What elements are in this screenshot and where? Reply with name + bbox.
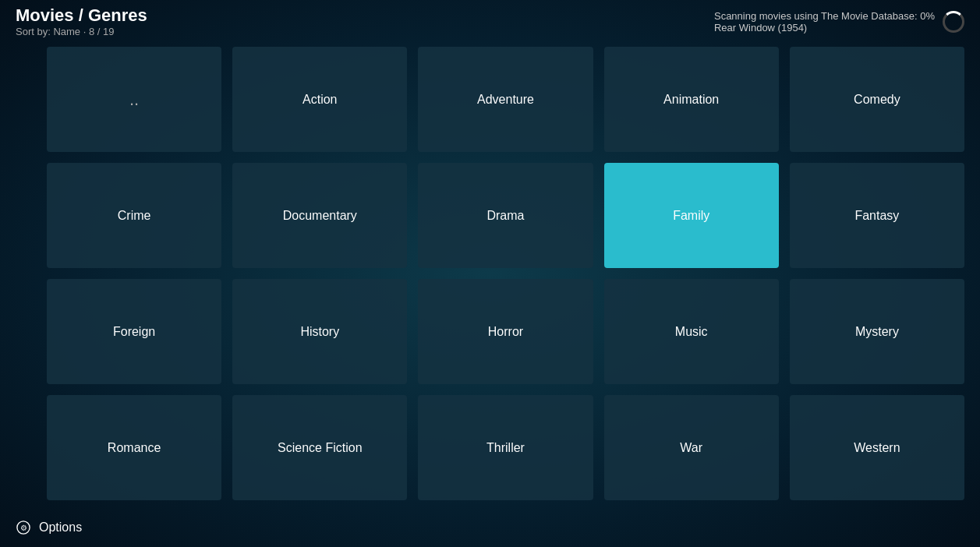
genre-btn-comedy[interactable]: Comedy <box>790 47 964 152</box>
page-title: Movies / Genres <box>16 5 147 26</box>
genre-btn-fantasy[interactable]: Fantasy <box>790 163 964 268</box>
genre-btn-music[interactable]: Music <box>604 279 779 384</box>
sort-info: Sort by: Name · 8 / 19 <box>16 26 147 37</box>
genre-btn-documentary[interactable]: Documentary <box>232 163 407 268</box>
genre-btn-family[interactable]: Family <box>604 163 779 268</box>
genre-btn-mystery[interactable]: Mystery <box>790 279 964 384</box>
genre-btn-adventure[interactable]: Adventure <box>418 47 593 152</box>
genre-btn-action[interactable]: Action <box>232 47 407 152</box>
genre-btn-animation[interactable]: Animation <box>604 47 779 152</box>
genres-grid: ..ActionAdventureAnimationComedyCrimeDoc… <box>47 47 964 500</box>
scanning-movie: Rear Window (1954) <box>714 22 935 34</box>
header-right: Scanning movies using The Movie Database… <box>714 10 964 34</box>
genre-btn-foreign[interactable]: Foreign <box>47 279 221 384</box>
genre-btn-war[interactable]: War <box>604 395 779 500</box>
options-icon: ⚙ <box>16 520 31 535</box>
genre-btn-western[interactable]: Western <box>790 395 964 500</box>
genre-btn-thriller[interactable]: Thriller <box>418 395 593 500</box>
scanning-status: Scanning movies using The Movie Database… <box>714 10 935 34</box>
scanning-text: Scanning movies using The Movie Database… <box>714 10 935 22</box>
genre-btn-history[interactable]: History <box>232 279 407 384</box>
genre-btn-science-fiction[interactable]: Science Fiction <box>232 395 407 500</box>
genre-btn-back[interactable]: .. <box>47 47 221 152</box>
header-left: Movies / Genres Sort by: Name · 8 / 19 <box>16 5 147 37</box>
genre-btn-drama[interactable]: Drama <box>418 163 593 268</box>
genre-btn-horror[interactable]: Horror <box>418 279 593 384</box>
options-label[interactable]: Options <box>39 521 82 535</box>
genre-btn-romance[interactable]: Romance <box>47 395 221 500</box>
svg-text:⚙: ⚙ <box>20 524 27 532</box>
footer: ⚙ Options <box>0 508 980 547</box>
loading-spinner <box>943 11 964 33</box>
header: Movies / Genres Sort by: Name · 8 / 19 S… <box>0 0 980 43</box>
genre-btn-crime[interactable]: Crime <box>47 163 221 268</box>
